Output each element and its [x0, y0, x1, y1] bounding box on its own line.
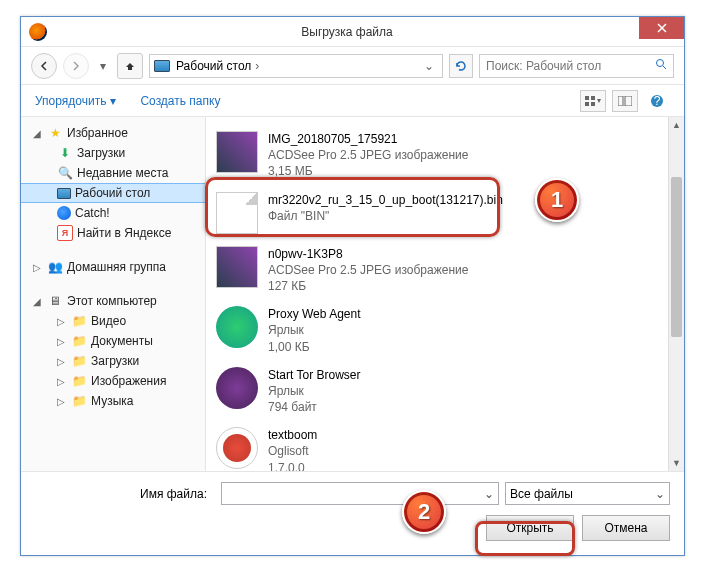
expand-icon[interactable]: ▷ [57, 356, 67, 367]
preview-pane-button[interactable] [612, 90, 638, 112]
file-size: 127 КБ [268, 278, 468, 294]
recent-icon: 🔍 [57, 165, 73, 181]
file-item[interactable]: textboomOglisoft1.7.0.0 [206, 421, 684, 471]
scroll-down-icon[interactable]: ▼ [669, 455, 684, 471]
tree-documents[interactable]: ▷📁Документы [21, 331, 205, 351]
yandex-icon: Я [57, 225, 73, 241]
filename-label: Имя файла: [35, 487, 215, 501]
svg-rect-6 [625, 96, 632, 106]
file-name: Start Tor Browser [268, 367, 360, 383]
folder-icon: 📁 [71, 353, 87, 369]
file-type: Oglisoft [268, 443, 317, 459]
catch-icon [57, 206, 71, 220]
svg-rect-2 [591, 96, 595, 100]
search-icon [655, 58, 667, 73]
close-icon [657, 23, 667, 33]
tree-downloads2[interactable]: ▷📁Загрузки [21, 351, 205, 371]
breadcrumb[interactable]: Рабочий стол › ⌄ [149, 54, 443, 78]
file-info: Start Tor BrowserЯрлык794 байт [268, 367, 360, 416]
file-type: Ярлык [268, 322, 361, 338]
file-thumbnail [216, 192, 258, 234]
expand-icon[interactable]: ▷ [57, 376, 67, 387]
svg-rect-3 [585, 102, 589, 106]
nav-bar: ▾ Рабочий стол › ⌄ Поиск: Рабочий стол [21, 47, 684, 85]
tree-favorites[interactable]: ◢★Избранное [21, 123, 205, 143]
toolbar: Упорядочить▾ Создать папку ▾ ? [21, 85, 684, 117]
file-list: IMG_20180705_175921ACDSee Pro 2.5 JPEG и… [206, 117, 684, 471]
svg-rect-5 [618, 96, 623, 106]
file-thumbnail [216, 306, 258, 348]
tree-desktop[interactable]: Рабочий стол [21, 183, 205, 203]
breadcrumb-location[interactable]: Рабочий стол [176, 59, 251, 73]
file-type: ACDSee Pro 2.5 JPEG изображение [268, 147, 468, 163]
filename-input[interactable]: ⌄ [221, 482, 499, 505]
bottom-panel: Имя файла: ⌄ Все файлы⌄ Открыть Отмена [21, 471, 684, 555]
open-button[interactable]: Открыть [486, 515, 574, 541]
file-item[interactable]: mr3220v2_ru_3_15_0_up_boot(131217).binФа… [206, 186, 684, 240]
tree-this-pc[interactable]: ◢🖥Этот компьютер [21, 291, 205, 311]
history-dropdown[interactable]: ▾ [95, 59, 111, 73]
close-button[interactable] [639, 17, 684, 39]
tree-recent[interactable]: 🔍Недавние места [21, 163, 205, 183]
tree-pictures[interactable]: ▷📁Изображения [21, 371, 205, 391]
file-filter-dropdown[interactable]: Все файлы⌄ [505, 482, 670, 505]
cancel-button[interactable]: Отмена [582, 515, 670, 541]
tree-downloads[interactable]: ⬇Загрузки [21, 143, 205, 163]
tree-music[interactable]: ▷📁Музыка [21, 391, 205, 411]
view-options-button[interactable]: ▾ [580, 90, 606, 112]
titlebar: Выгрузка файла [21, 17, 684, 47]
expand-icon[interactable]: ▷ [57, 396, 67, 407]
help-button[interactable]: ? [644, 90, 670, 112]
file-type: ACDSee Pro 2.5 JPEG изображение [268, 262, 468, 278]
search-input[interactable]: Поиск: Рабочий стол [479, 54, 674, 78]
up-button[interactable] [117, 53, 143, 79]
desktop-icon [154, 60, 170, 72]
chevron-down-icon[interactable]: ⌄ [484, 487, 494, 501]
tree-video[interactable]: ▷📁Видео [21, 311, 205, 331]
tree-catch[interactable]: Catch! [21, 203, 205, 223]
expand-icon[interactable]: ▷ [57, 316, 67, 327]
refresh-button[interactable] [449, 54, 473, 78]
collapse-icon[interactable]: ◢ [33, 296, 43, 307]
help-icon: ? [650, 94, 664, 108]
file-size: 1,00 КБ [268, 339, 361, 355]
organize-menu[interactable]: Упорядочить▾ [35, 94, 116, 108]
file-size: 1.7.0.0 [268, 460, 317, 471]
collapse-icon[interactable]: ◢ [33, 128, 43, 139]
preview-icon [618, 96, 632, 106]
folder-icon: 📁 [71, 393, 87, 409]
sidebar: ◢★Избранное ⬇Загрузки 🔍Недавние места Ра… [21, 117, 206, 471]
view-icon [585, 96, 597, 106]
file-item[interactable]: IMG_20180705_175921ACDSee Pro 2.5 JPEG и… [206, 125, 684, 186]
file-item[interactable]: Start Tor BrowserЯрлык794 байт [206, 361, 684, 422]
annotation-badge-1: 1 [535, 178, 579, 222]
svg-rect-1 [585, 96, 589, 100]
new-folder-button[interactable]: Создать папку [140, 94, 220, 108]
back-button[interactable] [31, 53, 57, 79]
folder-icon: 📁 [71, 373, 87, 389]
expand-icon[interactable]: ▷ [57, 336, 67, 347]
scrollbar[interactable]: ▲ ▼ [668, 117, 684, 471]
homegroup-icon: 👥 [47, 259, 63, 275]
file-thumbnail [216, 427, 258, 469]
breadcrumb-dropdown[interactable]: ⌄ [420, 59, 438, 73]
chevron-down-icon[interactable]: ⌄ [655, 487, 665, 501]
file-dialog-window: Выгрузка файла ▾ Рабочий стол › ⌄ Поиск:… [20, 16, 685, 556]
file-item[interactable]: Proxy Web AgentЯрлык1,00 КБ [206, 300, 684, 361]
file-info: textboomOglisoft1.7.0.0 [268, 427, 317, 471]
chevron-right-icon[interactable]: › [251, 59, 263, 73]
scrollbar-thumb[interactable] [671, 177, 682, 337]
arrow-left-icon [39, 61, 49, 71]
computer-icon: 🖥 [47, 293, 63, 309]
firefox-icon [29, 23, 47, 41]
file-item[interactable]: n0pwv-1K3P8ACDSee Pro 2.5 JPEG изображен… [206, 240, 684, 301]
scroll-up-icon[interactable]: ▲ [669, 117, 684, 133]
window-title: Выгрузка файла [55, 25, 639, 39]
file-name: n0pwv-1K3P8 [268, 246, 468, 262]
file-thumbnail [216, 246, 258, 288]
tree-yandex[interactable]: ЯНайти в Яндексе [21, 223, 205, 243]
forward-button[interactable] [63, 53, 89, 79]
expand-icon[interactable]: ▷ [33, 262, 43, 273]
tree-homegroup[interactable]: ▷👥Домашняя группа [21, 257, 205, 277]
file-size: 794 байт [268, 399, 360, 415]
